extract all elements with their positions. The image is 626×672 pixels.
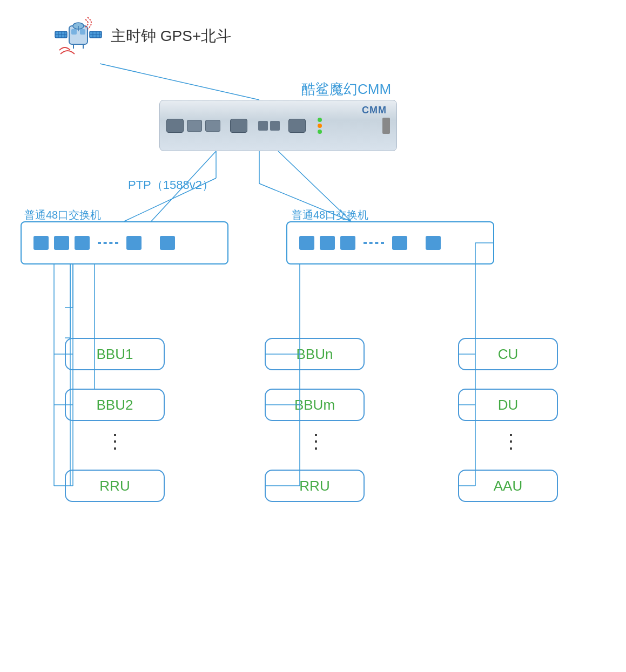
sw-port-r3 — [340, 236, 355, 250]
cu-label: CU — [498, 346, 519, 363]
sw-port-l5 — [160, 236, 175, 250]
switch-right-label: 普通48口交换机 — [292, 208, 368, 222]
aau-label: AAU — [494, 478, 522, 494]
cmm-pps-in — [258, 121, 268, 131]
ptp-label: PTP（1588v2） — [128, 177, 214, 193]
satellite-icon — [54, 15, 103, 64]
cmm-device: CMM — [159, 100, 397, 151]
bbu1-label: BBU1 — [97, 346, 133, 363]
cmm-led-1 — [318, 118, 322, 122]
cmm-port-2 — [187, 120, 202, 132]
cmm-label: 酷鲨魔幻CMM — [301, 80, 391, 99]
bbum-box: BBUm — [265, 389, 365, 421]
svg-rect-14 — [80, 29, 85, 35]
sw-port-l3 — [75, 236, 90, 250]
svg-rect-13 — [71, 29, 77, 35]
bbu-dots: ⋮ — [105, 432, 126, 451]
sw-port-l1 — [33, 236, 49, 250]
switch-left-ports — [33, 236, 175, 250]
switch-left-box — [21, 221, 228, 264]
bbum-label: BBUm — [294, 397, 335, 413]
sw-port-l4 — [126, 236, 142, 250]
sw-port-r4 — [392, 236, 407, 250]
cmm-nms-port — [288, 119, 306, 133]
du-label: DU — [498, 397, 519, 413]
rru1-label: RRU — [99, 478, 130, 494]
bbu1-box: BBU1 — [65, 338, 165, 370]
sw-port-r2 — [320, 236, 335, 250]
cu-dots: ⋮ — [501, 432, 522, 451]
cu-box: CU — [458, 338, 558, 370]
switch-right-ports — [299, 236, 441, 250]
cmm-led-3 — [318, 130, 322, 134]
bbun-dots: ⋮ — [306, 432, 327, 451]
switch-left-label: 普通48口交换机 — [24, 208, 101, 222]
bbun-box: BBUn — [265, 338, 365, 370]
rru1-box: RRU — [65, 470, 165, 502]
cmm-antenna — [382, 118, 390, 134]
rru2-box: RRU — [265, 470, 365, 502]
cmm-port-ptp1 — [166, 119, 184, 133]
switch-right-box — [286, 221, 494, 264]
cmm-pps-out — [270, 121, 280, 131]
svg-line-17 — [100, 64, 259, 100]
sw-port-l2 — [54, 236, 69, 250]
rru2-label: RRU — [299, 478, 329, 494]
sw-port-r1 — [299, 236, 314, 250]
bbu2-box: BBU2 — [65, 389, 165, 421]
aau-box: AAU — [458, 470, 558, 502]
du-box: DU — [458, 389, 558, 421]
cmm-led-2 — [318, 124, 322, 128]
sw-dashed-l — [98, 242, 118, 244]
sw-port-r5 — [426, 236, 441, 250]
cmm-port-3 — [205, 120, 220, 132]
cmm-center-ports — [258, 121, 280, 131]
bbun-label: BBUn — [297, 346, 333, 363]
sw-dashed-r — [364, 242, 384, 244]
satellite-label: 主时钟 GPS+北斗 — [111, 26, 231, 46]
cmm-port-ptp2 — [230, 119, 247, 133]
cmm-device-label: CMM — [362, 105, 387, 116]
bbu2-label: BBU2 — [97, 397, 133, 413]
